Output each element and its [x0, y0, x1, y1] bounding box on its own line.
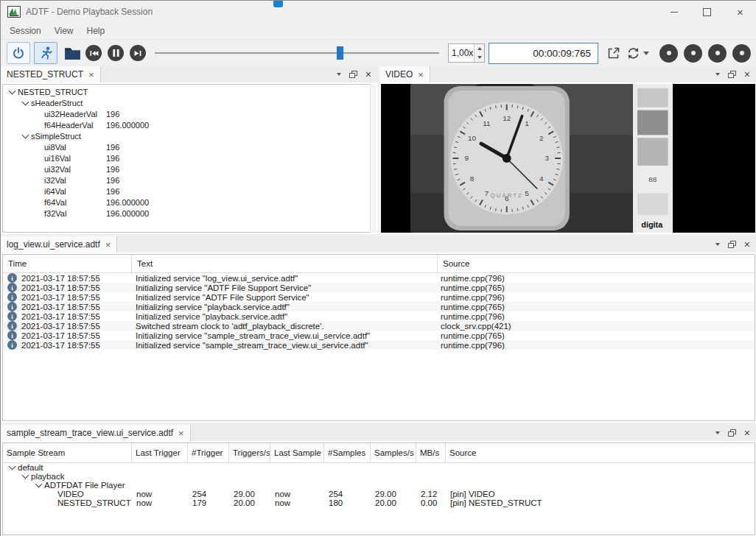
- column-header-last-sample[interactable]: Last Sample: [270, 443, 324, 462]
- expand-chevron-icon[interactable]: [19, 135, 31, 138]
- panel-close-icon[interactable]: ×: [744, 69, 750, 80]
- jump-to-start-button[interactable]: [85, 45, 102, 61]
- column-header-last-trigger[interactable]: Last Trigger: [132, 443, 188, 462]
- tab-video[interactable]: VIDEO ×: [379, 66, 430, 82]
- column-header-samples-per-s[interactable]: Samples/s: [371, 443, 416, 462]
- tree-item[interactable]: i64Val196: [3, 186, 376, 197]
- float-panel-icon[interactable]: [728, 241, 736, 248]
- menu-session[interactable]: Session: [3, 24, 48, 38]
- tree-item[interactable]: ui32HeaderVal196: [3, 108, 376, 119]
- titlebar[interactable]: ADTF - Demo Playback Session ×: [1, 1, 756, 23]
- loop-playback-button[interactable]: [626, 46, 649, 60]
- expand-chevron-icon[interactable]: [19, 102, 31, 105]
- detach-player-button[interactable]: [604, 43, 623, 63]
- column-header-text[interactable]: Text: [132, 255, 438, 272]
- log-row[interactable]: i2021-03-17 18:57:55Switched stream cloc…: [3, 321, 755, 331]
- menu-view[interactable]: View: [48, 24, 80, 38]
- menu-help[interactable]: Help: [80, 24, 112, 38]
- open-file-button[interactable]: [64, 46, 81, 60]
- menubar: Session View Help: [1, 23, 756, 39]
- caret-down-icon: [477, 56, 482, 59]
- column-header-time[interactable]: Time: [3, 255, 132, 272]
- maximize-button[interactable]: [690, 1, 724, 23]
- trace-row[interactable]: playback: [3, 472, 755, 481]
- speed-spinbox[interactable]: 1,00x: [448, 43, 485, 63]
- pause-button[interactable]: [108, 45, 124, 61]
- panel-menu-icon[interactable]: [337, 73, 341, 76]
- panel-close-icon[interactable]: ×: [744, 239, 750, 250]
- expand-chevron-icon[interactable]: [32, 484, 44, 487]
- tree-item[interactable]: f64HeaderVal196.000000: [3, 119, 376, 130]
- vertical-scrollbar[interactable]: [370, 84, 377, 233]
- playback-position-slider[interactable]: [155, 45, 439, 61]
- speed-increase-button[interactable]: [475, 44, 484, 53]
- column-header-triggers-per-s[interactable]: Triggers/s: [229, 443, 270, 462]
- log-row[interactable]: i2021-03-17 18:57:55Initializing service…: [3, 302, 755, 311]
- tab-nested-struct[interactable]: NESTED_STRUCT ×: [1, 66, 101, 82]
- column-header-source[interactable]: Source: [446, 443, 755, 462]
- trace-panel: sample_stream_trace_view.ui_service.adtf…: [1, 425, 756, 536]
- tab-trace-view[interactable]: sample_stream_trace_view.ui_service.adtf…: [1, 425, 191, 441]
- panel-close-icon[interactable]: ×: [744, 428, 750, 438]
- tree-item[interactable]: ui8Val196: [3, 141, 376, 152]
- float-panel-icon[interactable]: [728, 71, 736, 78]
- expand-chevron-icon[interactable]: [19, 475, 31, 478]
- log-row[interactable]: i2021-03-17 18:57:55Initializing service…: [3, 283, 755, 292]
- close-button[interactable]: ×: [724, 1, 756, 23]
- column-header-mb-per-s[interactable]: MB/s: [416, 443, 446, 462]
- stream-indicator-button-4[interactable]: [732, 44, 751, 63]
- tree-item[interactable]: ui32Val196: [3, 163, 376, 174]
- panel-menu-icon[interactable]: [715, 73, 720, 76]
- slider-handle[interactable]: [337, 46, 343, 60]
- tree-item[interactable]: sSimpleStruct: [3, 130, 376, 141]
- panel-menu-icon[interactable]: [715, 243, 720, 246]
- tree-item[interactable]: ui16Val196: [3, 152, 376, 163]
- trace-table: Sample Stream Last Trigger #Trigger Trig…: [2, 442, 755, 535]
- column-header-sample-stream[interactable]: Sample Stream: [3, 443, 132, 462]
- tree-item[interactable]: f64Val196.000000: [3, 197, 376, 208]
- expand-chevron-icon[interactable]: [6, 91, 18, 94]
- log-row[interactable]: i2021-03-17 18:57:55Initializing service…: [3, 331, 755, 340]
- jump-to-end-button[interactable]: [130, 45, 146, 61]
- tab-close-icon[interactable]: ×: [88, 70, 94, 80]
- log-row[interactable]: i2021-03-17 18:57:55Initialized service …: [3, 292, 755, 302]
- tree-item[interactable]: i32Val196: [3, 174, 376, 186]
- stream-indicator-button-2[interactable]: [684, 44, 702, 63]
- log-row[interactable]: i2021-03-17 18:57:55Initialized service …: [3, 340, 755, 350]
- column-header-num-trigger[interactable]: #Trigger: [188, 443, 229, 462]
- float-panel-icon[interactable]: [728, 429, 736, 437]
- trace-row[interactable]: ADTFDAT File Player: [3, 481, 755, 490]
- log-row[interactable]: i2021-03-17 18:57:55Initialized service …: [3, 273, 755, 283]
- session-power-button[interactable]: [7, 42, 30, 64]
- log-panel-body: Time Text Source i2021-03-17 18:57:55Ini…: [1, 253, 756, 423]
- trace-table-header: Sample Stream Last Trigger #Trigger Trig…: [3, 443, 755, 463]
- stream-indicator-button-1[interactable]: [659, 44, 678, 63]
- loop-dropdown-icon[interactable]: [643, 52, 649, 55]
- slider-track[interactable]: [155, 52, 439, 54]
- panel-close-icon[interactable]: ×: [365, 69, 371, 80]
- trace-cell: 20.00: [371, 498, 416, 507]
- tab-close-icon[interactable]: ×: [418, 70, 424, 80]
- trace-row[interactable]: VIDEOnow25429.00now25429.002.12[pin] VID…: [3, 490, 755, 498]
- trace-row[interactable]: NESTED_STRUCTnow17920.00now18020.000.00[…: [3, 498, 755, 507]
- tree-item[interactable]: f32Val196.000000: [3, 208, 376, 219]
- tab-close-icon[interactable]: ×: [105, 240, 111, 250]
- run-session-button[interactable]: [34, 42, 57, 64]
- tab-log-view[interactable]: log_view.ui_service.adtf ×: [1, 236, 117, 253]
- minimize-button[interactable]: [657, 1, 690, 23]
- trace-row[interactable]: default: [3, 463, 755, 472]
- speed-decrease-button[interactable]: [475, 53, 484, 62]
- tab-close-icon[interactable]: ×: [178, 429, 184, 438]
- expand-chevron-icon[interactable]: [6, 466, 18, 469]
- column-header-num-samples[interactable]: #Samples: [324, 443, 371, 462]
- column-header-source[interactable]: Source: [438, 255, 755, 272]
- log-row[interactable]: i2021-03-17 18:57:55Initialized service …: [3, 311, 755, 321]
- playback-time-field[interactable]: 00:00:09:765: [489, 43, 598, 64]
- tab-label: NESTED_STRUCT: [7, 69, 83, 80]
- tree-item[interactable]: NESTED_STRUCT: [3, 86, 376, 97]
- log-time-text: 2021-03-17 18:57:55: [21, 283, 100, 292]
- float-panel-icon[interactable]: [349, 71, 357, 78]
- panel-menu-icon[interactable]: [715, 431, 720, 434]
- stream-indicator-button-3[interactable]: [708, 44, 727, 63]
- tree-item[interactable]: sHeaderStruct: [3, 97, 376, 108]
